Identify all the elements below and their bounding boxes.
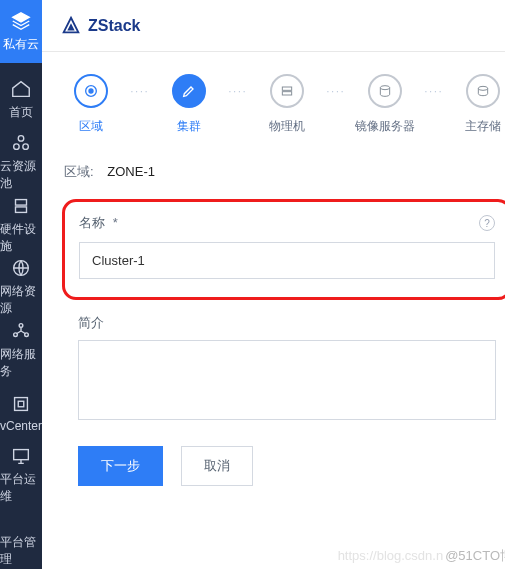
svg-point-7 [19, 324, 23, 328]
wizard-steps: 区域 ···· 集群 ···· 物理机 ···· 镜像服务 [42, 52, 505, 147]
brand: ZStack [60, 15, 140, 37]
svg-rect-17 [282, 87, 291, 90]
cancel-button[interactable]: 取消 [181, 446, 253, 486]
help-icon[interactable]: ? [479, 215, 495, 231]
step-label: 集群 [177, 118, 201, 135]
layers-icon [10, 10, 32, 32]
desc-field: 简介 [78, 314, 496, 424]
topbar: ZStack [42, 0, 505, 52]
step-primary-storage[interactable]: 主存储 [444, 74, 505, 135]
sidebar-item-private-cloud[interactable]: 私有云 [0, 0, 42, 63]
sidebar: 私有云 首页 云资源池 硬件设施 网络资源 [0, 0, 42, 569]
svg-point-19 [380, 86, 389, 90]
svg-rect-18 [282, 92, 291, 95]
home-icon [10, 78, 32, 100]
vcenter-icon [10, 393, 32, 415]
name-field-highlight: 名称 * ? [62, 199, 505, 300]
sidebar-item-home[interactable]: 首页 [0, 68, 42, 131]
sidebar-item-ops[interactable]: 平台运维 [0, 444, 42, 507]
svg-rect-11 [18, 401, 24, 407]
step-label: 主存储 [465, 118, 501, 135]
zone-summary: 区域: ZONE-1 [64, 163, 505, 181]
sidebar-item-platform-mgmt[interactable]: 平台管理 [0, 506, 42, 569]
sidebar-item-network-service[interactable]: 网络服务 [0, 319, 42, 382]
step-label: 物理机 [269, 118, 305, 135]
monitor-icon [10, 445, 32, 467]
name-label-row: 名称 * ? [79, 214, 495, 232]
app-root: 私有云 首页 云资源池 硬件设施 网络资源 [0, 0, 505, 569]
sidebar-item-hardware[interactable]: 硬件设施 [0, 194, 42, 257]
main-panel: ZStack 区域 ···· 集群 ···· 物 [42, 0, 505, 569]
next-button[interactable]: 下一步 [78, 446, 163, 486]
form-actions: 下一步 取消 [62, 446, 505, 486]
step-connector: ···· [130, 74, 150, 108]
name-input[interactable] [79, 242, 495, 279]
globe-icon [10, 257, 32, 279]
target-icon [74, 74, 108, 108]
step-cluster[interactable]: 集群 [150, 74, 228, 135]
step-label: 镜像服务器 [355, 118, 415, 135]
desc-textarea[interactable] [78, 340, 496, 420]
brand-name: ZStack [88, 17, 140, 35]
gear-icon [10, 508, 32, 530]
step-image-server[interactable]: 镜像服务器 [346, 74, 424, 135]
sidebar-item-label: 私有云 [3, 36, 39, 53]
svg-rect-5 [16, 207, 27, 213]
disk-icon [466, 74, 500, 108]
svg-point-3 [23, 144, 29, 150]
sidebar-item-network-resource[interactable]: 网络资源 [0, 256, 42, 319]
host-icon [270, 74, 304, 108]
sidebar-item-label: 平台管理 [0, 534, 42, 568]
form-content: 区域: ZONE-1 名称 * ? 简介 下一步 取消 [42, 147, 505, 569]
storage-icon [368, 74, 402, 108]
zone-label: 区域: [64, 164, 94, 179]
zone-value: ZONE-1 [107, 164, 155, 179]
svg-rect-12 [14, 450, 29, 460]
step-connector: ···· [326, 74, 346, 108]
name-label: 名称 * [79, 214, 118, 232]
sidebar-item-label: 平台运维 [0, 471, 42, 505]
svg-rect-4 [16, 199, 27, 205]
sidebar-item-cloud-pool[interactable]: 云资源池 [0, 131, 42, 194]
sidebar-item-label: 云资源池 [0, 158, 42, 192]
network-service-icon [10, 320, 32, 342]
sidebar-item-label: 首页 [9, 104, 33, 121]
svg-marker-0 [13, 13, 30, 22]
svg-point-2 [14, 144, 20, 150]
svg-point-20 [478, 86, 487, 90]
sidebar-item-label: 网络服务 [0, 346, 42, 380]
step-zone[interactable]: 区域 [52, 74, 130, 135]
desc-label: 简介 [78, 314, 496, 332]
pencil-icon [172, 74, 206, 108]
step-label: 区域 [79, 118, 103, 135]
svg-rect-10 [15, 397, 28, 410]
sidebar-item-label: vCenter [0, 419, 42, 433]
sidebar-item-vcenter[interactable]: vCenter [0, 381, 42, 444]
brand-logo-icon [60, 15, 82, 37]
svg-point-1 [18, 136, 24, 142]
step-connector: ···· [424, 74, 444, 108]
svg-point-16 [89, 89, 93, 93]
cloud-pool-icon [10, 132, 32, 154]
sidebar-item-label: 网络资源 [0, 283, 42, 317]
sidebar-item-label: 硬件设施 [0, 221, 42, 255]
server-icon [10, 195, 32, 217]
step-connector: ···· [228, 74, 248, 108]
step-host[interactable]: 物理机 [248, 74, 326, 135]
